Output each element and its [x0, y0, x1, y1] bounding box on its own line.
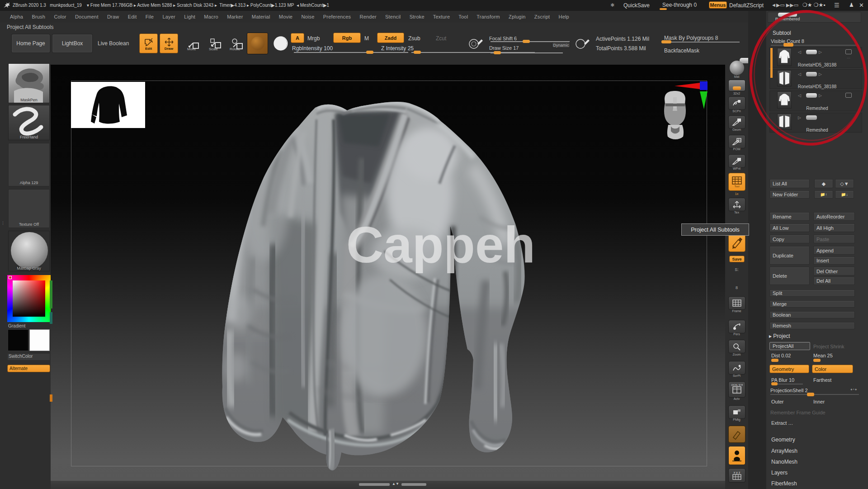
- svg-text:x y z: x y z: [734, 471, 741, 475]
- svg-text:Tool: Tool: [734, 185, 739, 188]
- svg-text:LOCAL SYM: LOCAL SYM: [731, 384, 743, 386]
